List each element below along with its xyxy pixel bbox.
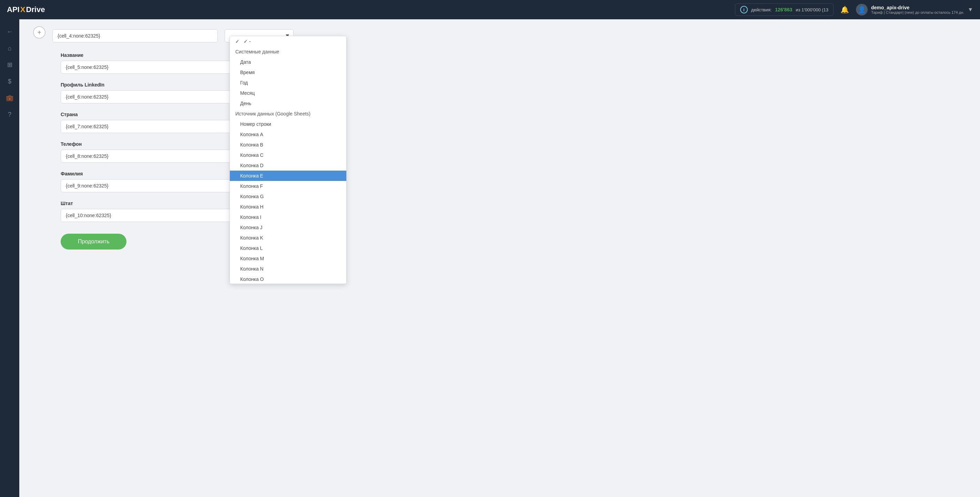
dropdown-menu[interactable]: ✓ -Системные данныеДатаВремяГодМесяцДень…	[229, 36, 347, 284]
continue-button[interactable]: Продолжить	[60, 234, 126, 250]
actions-badge: i действия: 126'863 из 1'000'000 (13	[735, 3, 834, 16]
logo-x-text: X	[20, 5, 25, 14]
dropdown-item[interactable]: Дата	[230, 57, 346, 67]
field-group-linkedin: Профиль LinkedIn	[60, 82, 240, 104]
sidebar-item-connections[interactable]: ⊞	[3, 58, 16, 72]
dropdown-item[interactable]: Колонка M	[230, 253, 346, 264]
dropdown-item[interactable]: ✓ -	[230, 36, 346, 46]
bell-icon[interactable]: 🔔	[840, 5, 849, 14]
main-layout: ← ⌂ ⊞ $ 💼 ? + ▼ Название	[0, 19, 980, 497]
field-label-name: Название	[60, 53, 240, 58]
expand-icon[interactable]: ▼	[967, 6, 973, 13]
dropdown-item[interactable]: Колонка O	[230, 274, 346, 284]
dropdown-item[interactable]: Колонка N	[230, 264, 346, 274]
field-label-surname: Фамилия	[60, 171, 240, 177]
field-input-name[interactable]	[60, 61, 240, 74]
dropdown-item[interactable]: Источник данных (Google Sheets)	[230, 108, 346, 119]
user-details: demo_apix-drive Тариф | Стандарт| (new) …	[871, 5, 964, 14]
info-icon: i	[740, 6, 748, 13]
actions-label: действия:	[751, 7, 772, 13]
dropdown-item[interactable]: Колонка K	[230, 233, 346, 243]
sidebar-item-back[interactable]: ←	[3, 25, 16, 38]
dropdown-item[interactable]: Время	[230, 67, 346, 78]
user-name: demo_apix-drive	[871, 5, 964, 10]
dropdown-item[interactable]: Колонка A	[230, 129, 346, 140]
field-input-country[interactable]	[60, 120, 240, 133]
user-info: 👤 demo_apix-drive Тариф | Стандарт| (new…	[856, 4, 973, 16]
field-input-linkedin[interactable]	[60, 90, 240, 104]
top-navigation: API X Drive i действия: 126'863 из 1'000…	[0, 0, 980, 19]
sidebar: ← ⌂ ⊞ $ 💼 ?	[0, 19, 19, 497]
dropdown-item[interactable]: Колонка J	[230, 222, 346, 233]
sidebar-item-portfolio[interactable]: 💼	[3, 91, 16, 105]
dropdown-item[interactable]: Номер строки	[230, 119, 346, 129]
field-group-name: Название	[60, 53, 240, 74]
dropdown-item[interactable]: Колонка L	[230, 243, 346, 253]
sidebar-item-home[interactable]: ⌂	[3, 41, 16, 55]
field-group-surname: Фамилия	[60, 171, 240, 192]
dropdown-item[interactable]: Колонка E	[230, 170, 346, 181]
nav-right: i действия: 126'863 из 1'000'000 (13 🔔 👤…	[735, 3, 973, 16]
field-label-linkedin: Профиль LinkedIn	[60, 82, 240, 88]
add-button[interactable]: +	[33, 26, 46, 38]
actions-total: из 1'000'000 (13	[795, 7, 828, 13]
form-section: Название Профиль LinkedIn Страна Телефон…	[60, 53, 240, 250]
logo-api-text: API	[7, 5, 20, 14]
dropdown-item[interactable]: Колонка B	[230, 140, 346, 150]
field-input-state[interactable]	[60, 209, 240, 222]
field-group-state: Штат	[60, 201, 240, 222]
field-label-country: Страна	[60, 112, 240, 117]
logo-drive-text: Drive	[26, 5, 45, 14]
actions-count: 126'863	[775, 7, 792, 13]
field-group-phone: Телефон	[60, 141, 240, 162]
main-content: + ▼ Название Профиль LinkedIn	[19, 19, 980, 497]
dropdown-item[interactable]: Системные данные	[230, 46, 346, 57]
sidebar-item-help[interactable]: ?	[3, 108, 16, 121]
field-input-surname[interactable]	[60, 179, 240, 192]
field-label-phone: Телефон	[60, 141, 240, 147]
field-group-country: Страна	[60, 112, 240, 133]
dropdown-item[interactable]: Колонка G	[230, 191, 346, 202]
field-input-phone[interactable]	[60, 150, 240, 162]
dropdown-item[interactable]: Колонка D	[230, 160, 346, 170]
dropdown-item[interactable]: Колонка C	[230, 150, 346, 160]
dropdown-item[interactable]: Колонка H	[230, 202, 346, 212]
user-plan: Тариф | Стандарт| (new) до оплаты остало…	[871, 10, 964, 14]
dropdown-item[interactable]: Колонка I	[230, 212, 346, 222]
logo: API X Drive	[7, 5, 45, 14]
field-label-state: Штат	[60, 201, 240, 206]
dropdown-item[interactable]: Колонка F	[230, 181, 346, 191]
dropdown-item[interactable]: Год	[230, 78, 346, 88]
user-avatar: 👤	[856, 4, 868, 16]
top-field-input[interactable]	[52, 29, 218, 42]
dropdown-item[interactable]: День	[230, 98, 346, 108]
dropdown-item[interactable]: Месяц	[230, 88, 346, 98]
sidebar-item-billing[interactable]: $	[3, 75, 16, 88]
